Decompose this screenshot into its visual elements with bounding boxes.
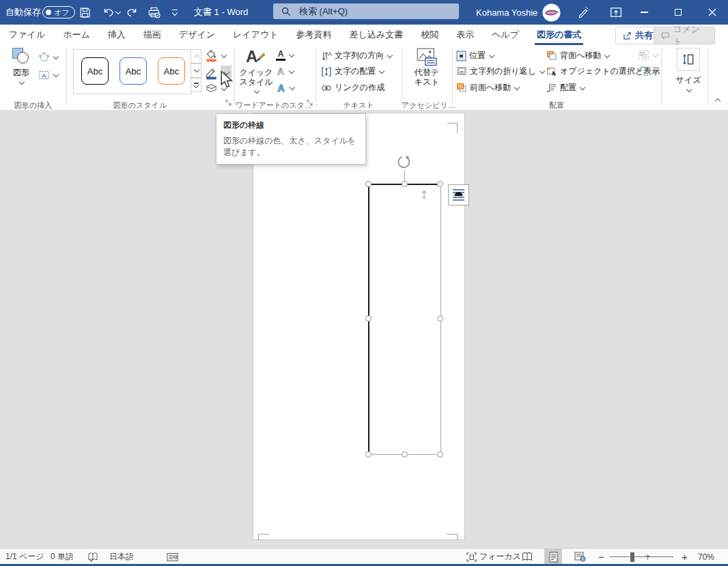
- bring-forward-button[interactable]: 前面へ移動: [456, 82, 520, 94]
- resize-handle-s[interactable]: [402, 451, 408, 457]
- proofing-status-button[interactable]: [87, 549, 98, 565]
- chevron-down-icon: [686, 87, 691, 92]
- position-button[interactable]: 位置: [456, 50, 494, 61]
- language-indicator[interactable]: 日本語: [109, 549, 134, 565]
- save-button[interactable]: [79, 0, 91, 25]
- send-backward-button[interactable]: 背面へ移動: [546, 50, 610, 61]
- tab-insert[interactable]: 挿入: [99, 25, 135, 45]
- shape-fill-button[interactable]: [205, 49, 227, 62]
- shape-styles-dialog-launcher[interactable]: [225, 99, 232, 107]
- editor-status-button[interactable]: [167, 549, 178, 565]
- align-text-button[interactable]: 文字の配置: [321, 66, 384, 77]
- position-label: 位置: [469, 50, 486, 61]
- text-box-button[interactable]: A: [38, 70, 59, 81]
- tab-home[interactable]: ホーム: [54, 25, 99, 45]
- rotation-handle[interactable]: [397, 155, 412, 171]
- resize-handle-n[interactable]: [402, 181, 408, 187]
- tab-help[interactable]: ヘルプ: [483, 25, 528, 45]
- tab-view[interactable]: 表示: [447, 25, 483, 45]
- size-button[interactable]: サイズ: [672, 48, 705, 93]
- margin-mark: [447, 123, 458, 124]
- tab-review[interactable]: 校閲: [412, 25, 447, 45]
- read-mode-button[interactable]: [521, 549, 533, 565]
- print-layout-button[interactable]: [544, 549, 562, 565]
- margin-mark: [457, 123, 458, 133]
- resize-handle-e[interactable]: [437, 315, 443, 322]
- avatar[interactable]: [542, 0, 561, 25]
- text-outline-button[interactable]: A: [276, 66, 294, 76]
- comment-icon: [661, 31, 669, 40]
- resize-handle-sw[interactable]: [365, 451, 372, 457]
- zoom-level[interactable]: 70%: [698, 549, 714, 565]
- ribbon-display-options-button[interactable]: [610, 0, 622, 25]
- gallery-up-button[interactable]: [191, 49, 201, 63]
- document-canvas[interactable]: [0, 110, 728, 548]
- collapse-ribbon-button[interactable]: [712, 96, 723, 107]
- shapes-icon: [12, 48, 30, 66]
- maximize-button[interactable]: [668, 0, 688, 25]
- resize-handle-nw[interactable]: [365, 181, 372, 187]
- quick-access-more-button[interactable]: [172, 0, 178, 25]
- group-objects-button[interactable]: [638, 50, 658, 61]
- selection-pane-icon: [546, 66, 557, 76]
- text-effects-button[interactable]: A: [276, 83, 295, 94]
- quick-styles-button[interactable]: A クイックスタイル: [239, 48, 273, 96]
- zoom-out-button[interactable]: −: [598, 549, 604, 565]
- search-input[interactable]: [298, 5, 437, 17]
- tab-layout[interactable]: レイアウト: [224, 25, 288, 45]
- wrap-text-button[interactable]: 文字列の折り返し: [456, 66, 545, 77]
- close-button[interactable]: [702, 0, 723, 25]
- resize-handle-ne[interactable]: [437, 181, 443, 187]
- ink-button[interactable]: [577, 0, 589, 25]
- chevron-down-icon: [221, 52, 227, 57]
- document-page[interactable]: [253, 113, 465, 540]
- zoom-slider-thumb[interactable]: [630, 552, 634, 562]
- chevron-down-icon: [387, 52, 393, 57]
- printer-icon: [148, 6, 161, 18]
- align-button[interactable]: 配置: [546, 82, 585, 94]
- gallery-more-button[interactable]: [191, 78, 201, 92]
- tab-design[interactable]: デザイン: [170, 25, 224, 45]
- web-layout-button[interactable]: [574, 549, 586, 565]
- zoom-in-button[interactable]: +: [682, 549, 688, 565]
- layout-options-button[interactable]: [448, 184, 469, 206]
- focus-mode-button[interactable]: フォーカス: [466, 549, 521, 565]
- edit-shape-button[interactable]: [38, 52, 59, 63]
- resize-handle-w[interactable]: [365, 315, 372, 322]
- insert-shapes-button[interactable]: 図形: [5, 48, 37, 85]
- text-direction-button[interactable]: A 文字列の方向: [321, 50, 393, 61]
- page-indicator[interactable]: 1/1 ページ: [5, 549, 44, 565]
- shape-style-3[interactable]: Abc: [158, 57, 185, 85]
- print-button[interactable]: [148, 0, 161, 25]
- tab-references[interactable]: 参考資料: [288, 25, 341, 45]
- comment-button[interactable]: コメント: [654, 27, 715, 44]
- alt-text-button[interactable]: 代替テキスト: [407, 48, 447, 87]
- rotate-objects-button[interactable]: [638, 66, 658, 76]
- text-fill-button[interactable]: A: [276, 50, 294, 61]
- gallery-down-button[interactable]: [191, 63, 201, 78]
- margin-mark: [258, 534, 269, 535]
- title-bar: 自動保存 オフ 文書 1 - Word Kohama Yoshie: [0, 0, 728, 25]
- undo-button[interactable]: [102, 0, 121, 25]
- tab-file[interactable]: ファイル: [0, 25, 54, 45]
- autosave-toggle[interactable]: オフ: [42, 0, 75, 25]
- zoom-slider[interactable]: [609, 549, 673, 565]
- minimize-button[interactable]: [634, 0, 654, 25]
- word-count[interactable]: 0 単語: [51, 549, 74, 565]
- resize-handle-se[interactable]: [437, 451, 443, 457]
- create-link-button[interactable]: リンクの作成: [321, 82, 384, 94]
- chevron-down-icon: [53, 54, 59, 59]
- group-label-wordart: ワードアートのスタ…: [236, 100, 304, 110]
- user-name[interactable]: Kohama Yoshie: [476, 0, 537, 25]
- create-link-label: リンクの作成: [335, 82, 384, 94]
- zoom-slider-track: [609, 556, 673, 557]
- tab-mailings[interactable]: 差し込み文書: [341, 25, 412, 45]
- redo-button[interactable]: [126, 0, 138, 25]
- autosave-label: 自動保存: [5, 0, 41, 25]
- tab-draw[interactable]: 描画: [135, 25, 170, 45]
- shape-style-2[interactable]: Abc: [120, 57, 147, 85]
- size-label: サイズ: [676, 74, 701, 86]
- tab-shape-format[interactable]: 図形の書式: [528, 25, 590, 45]
- search-box[interactable]: [273, 3, 459, 19]
- shape-style-1[interactable]: Abc: [81, 57, 109, 85]
